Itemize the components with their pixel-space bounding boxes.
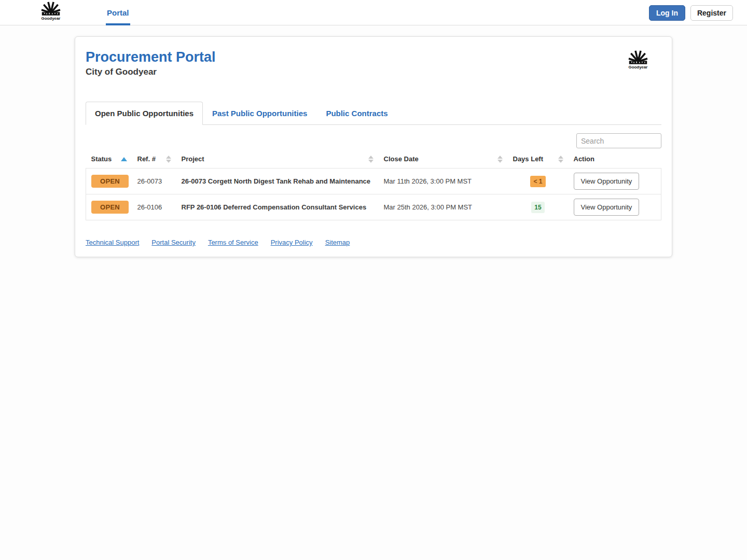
svg-text:Goodyear: Goodyear <box>629 65 648 69</box>
column-header-days-left[interactable]: Days Left <box>508 152 569 169</box>
top-navbar: Goodyear Portal Log In Register <box>0 0 747 25</box>
login-button[interactable]: Log In <box>649 5 685 21</box>
sort-both-icon[interactable] <box>368 156 374 163</box>
ref-number: 26-0073 <box>132 169 176 194</box>
procurement-portal-card: Procurement Portal City of Goodyear Good… <box>75 36 672 257</box>
column-header-ref-label: Ref. # <box>137 155 156 163</box>
sort-both-icon[interactable] <box>558 156 563 163</box>
column-header-days-left-label: Days Left <box>513 155 544 163</box>
footer-link-technical-support[interactable]: Technical Support <box>86 239 139 246</box>
svg-text:Goodyear: Goodyear <box>42 16 61 21</box>
project-name: 26-0073 Corgett North Digest Tank Rehab … <box>176 169 379 194</box>
project-name: RFP 26-0106 Deferred Compensation Consul… <box>176 194 379 220</box>
tab-public-contracts[interactable]: Public Contracts <box>316 102 397 125</box>
card-header: Procurement Portal City of Goodyear Good… <box>86 49 661 77</box>
footer-link-portal-security[interactable]: Portal Security <box>151 239 196 246</box>
footer-link-sitemap[interactable]: Sitemap <box>325 239 350 246</box>
active-nav-underline <box>106 23 130 25</box>
goodyear-logo-icon: Goodyear <box>39 1 63 24</box>
days-left-badge: < 1 <box>530 176 545 187</box>
column-header-ref[interactable]: Ref. # <box>132 152 176 169</box>
table-header-row: Status Ref. # Project <box>86 152 661 169</box>
page-subtitle: City of Goodyear <box>86 67 661 77</box>
tab-bar: Open Public Opportunities Past Public Op… <box>86 102 661 125</box>
column-header-close-date[interactable]: Close Date <box>379 152 508 169</box>
column-header-status-label: Status <box>91 155 112 163</box>
days-left-badge: 15 <box>531 202 544 213</box>
register-button[interactable]: Register <box>690 5 733 21</box>
column-header-status[interactable]: Status <box>86 152 132 169</box>
opportunities-table: Status Ref. # Project <box>86 152 661 220</box>
column-header-project[interactable]: Project <box>176 152 379 169</box>
goodyear-logo-icon: Goodyear <box>626 49 650 73</box>
column-header-close-date-label: Close Date <box>384 155 419 163</box>
sort-both-icon[interactable] <box>497 156 503 163</box>
view-opportunity-button[interactable]: View Opportunity <box>574 173 640 190</box>
tab-open-public-opportunities[interactable]: Open Public Opportunities <box>86 102 203 125</box>
footer-link-terms-of-service[interactable]: Terms of Service <box>208 239 258 246</box>
view-opportunity-button[interactable]: View Opportunity <box>574 199 640 216</box>
search-input[interactable] <box>576 133 661 148</box>
goodyear-logo-link[interactable]: Goodyear <box>39 1 63 24</box>
tab-past-public-opportunities[interactable]: Past Public Opportunities <box>203 102 316 125</box>
navbar-auth-buttons: Log In Register <box>649 0 733 25</box>
column-header-project-label: Project <box>182 155 204 163</box>
page-title: Procurement Portal <box>86 49 661 65</box>
table-row: OPEN 26-0106 RFP 26-0106 Deferred Compen… <box>86 194 661 220</box>
column-header-action: Action <box>569 152 661 169</box>
ref-number: 26-0106 <box>132 194 176 220</box>
search-row <box>86 133 661 148</box>
card-footer: Technical Support Portal Security Terms … <box>86 239 661 246</box>
close-date: Mar 11th 2026, 3:00 PM MST <box>379 169 508 194</box>
footer-link-privacy-policy[interactable]: Privacy Policy <box>271 239 313 246</box>
column-header-action-label: Action <box>574 155 594 163</box>
table-row: OPEN 26-0073 26-0073 Corgett North Diges… <box>86 169 661 194</box>
nav-portal-label[interactable]: Portal <box>107 8 129 17</box>
nav-item-portal[interactable]: Portal <box>107 0 129 25</box>
sort-asc-icon[interactable] <box>121 157 127 161</box>
status-badge: OPEN <box>91 175 129 188</box>
sort-both-icon[interactable] <box>166 156 171 163</box>
close-date: Mar 25th 2026, 3:00 PM MST <box>379 194 508 220</box>
status-badge: OPEN <box>91 201 129 214</box>
